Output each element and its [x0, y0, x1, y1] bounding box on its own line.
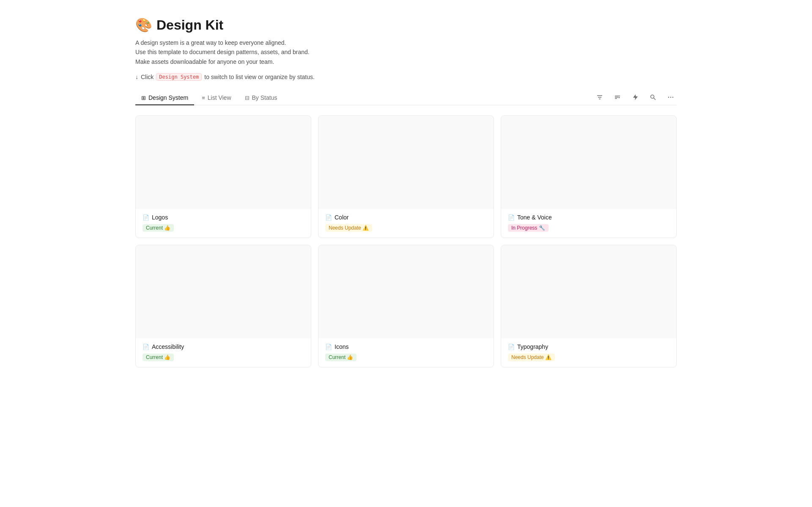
card-tone-voice-title: 📄 Tone & Voice: [508, 214, 669, 221]
hint-chip[interactable]: Design System: [156, 73, 202, 81]
description-line-1: A design system is a great way to keep e…: [135, 38, 677, 47]
card-accessibility-body: 📄 Accessibility Current 👍: [136, 338, 311, 367]
description-line-3: Make assets downloadable for anyone on y…: [135, 57, 677, 66]
tab-design-system-label: Design System: [148, 94, 188, 101]
card-tone-voice-title-text: Tone & Voice: [517, 214, 552, 221]
card-typography-title: 📄 Typography: [508, 343, 669, 350]
more-icon[interactable]: [665, 91, 677, 103]
hint-text-before: Click: [141, 74, 154, 80]
sort-icon[interactable]: [612, 91, 623, 103]
search-icon[interactable]: [647, 91, 659, 103]
cards-grid: 📄 Logos Current 👍 📄 Color Needs Update ⚠…: [135, 115, 677, 367]
card-icons-status: Current 👍: [325, 354, 357, 361]
tabs-left: ⊞ Design System ≡ List View ⊟ By Status: [135, 91, 283, 105]
card-icons-title: 📄 Icons: [325, 343, 487, 350]
lightning-icon[interactable]: [629, 91, 641, 103]
tab-list-view-label: List View: [208, 94, 231, 101]
card-typography-title-text: Typography: [517, 343, 548, 350]
card-logos-title: 📄 Logos: [143, 214, 304, 221]
tab-by-status-label: By Status: [252, 94, 277, 101]
page-wrapper: 🎨 Design Kit A design system is a great …: [110, 0, 702, 384]
card-logos-preview: [136, 116, 311, 209]
tab-design-system-icon: ⊞: [141, 95, 146, 101]
description-block: A design system is a great way to keep e…: [135, 38, 677, 66]
card-color-status: Needs Update ⚠️: [325, 224, 372, 232]
card-logos-body: 📄 Logos Current 👍: [136, 209, 311, 238]
card-icons-title-text: Icons: [335, 343, 348, 350]
card-color-title-text: Color: [335, 214, 348, 221]
card-accessibility-title-text: Accessibility: [152, 343, 184, 350]
hint-arrow: ↓: [135, 74, 138, 80]
card-accessibility[interactable]: 📄 Accessibility Current 👍: [135, 245, 311, 367]
tab-list-view[interactable]: ≡ List View: [196, 91, 237, 105]
tabs-bar: ⊞ Design System ≡ List View ⊟ By Status: [135, 91, 677, 105]
tab-design-system[interactable]: ⊞ Design System: [135, 91, 194, 105]
page-title: Design Kit: [156, 17, 223, 33]
card-tone-voice-doc-icon: 📄: [508, 214, 515, 221]
hint-row: ↓ Click Design System to switch to list …: [135, 73, 677, 81]
card-icons-doc-icon: 📄: [325, 344, 332, 350]
title-row: 🎨 Design Kit: [135, 17, 677, 33]
card-icons-preview: [318, 245, 494, 338]
card-icons[interactable]: 📄 Icons Current 👍: [318, 245, 494, 367]
card-color-title: 📄 Color: [325, 214, 487, 221]
title-emoji: 🎨: [135, 17, 152, 33]
card-icons-body: 📄 Icons Current 👍: [318, 338, 494, 367]
card-tone-voice-preview: [501, 116, 676, 209]
card-color[interactable]: 📄 Color Needs Update ⚠️: [318, 115, 494, 238]
card-logos-doc-icon: 📄: [143, 214, 149, 221]
card-typography[interactable]: 📄 Typography Needs Update ⚠️: [501, 245, 677, 367]
svg-point-8: [668, 96, 669, 97]
tab-by-status[interactable]: ⊟ By Status: [239, 91, 283, 105]
card-accessibility-preview: [136, 245, 311, 338]
card-tone-voice-body: 📄 Tone & Voice In Progress 🔧: [501, 209, 676, 238]
page-header: 🎨 Design Kit A design system is a great …: [135, 17, 677, 81]
card-typography-doc-icon: 📄: [508, 344, 515, 350]
card-color-body: 📄 Color Needs Update ⚠️: [318, 209, 494, 238]
card-tone-voice-status: In Progress 🔧: [508, 224, 549, 232]
svg-point-10: [672, 96, 673, 97]
tab-by-status-icon: ⊟: [245, 95, 250, 101]
card-accessibility-title: 📄 Accessibility: [143, 343, 304, 350]
hint-text-after: to switch to list view or organize by st…: [204, 74, 315, 80]
tab-list-view-icon: ≡: [202, 95, 205, 101]
filter-icon[interactable]: [594, 91, 606, 103]
svg-point-9: [670, 96, 671, 97]
card-logos-status: Current 👍: [143, 224, 174, 232]
card-logos[interactable]: 📄 Logos Current 👍: [135, 115, 311, 238]
toolbar-icons: [594, 91, 677, 105]
card-color-preview: [318, 116, 494, 209]
card-typography-body: 📄 Typography Needs Update ⚠️: [501, 338, 676, 367]
card-tone-voice[interactable]: 📄 Tone & Voice In Progress 🔧: [501, 115, 677, 238]
card-accessibility-status: Current 👍: [143, 354, 174, 361]
card-typography-preview: [501, 245, 676, 338]
card-color-doc-icon: 📄: [325, 214, 332, 221]
svg-line-7: [654, 98, 656, 99]
card-accessibility-doc-icon: 📄: [143, 344, 149, 350]
card-typography-status: Needs Update ⚠️: [508, 354, 555, 361]
description-line-2: Use this template to document design pat…: [135, 47, 677, 57]
card-logos-title-text: Logos: [152, 214, 168, 221]
